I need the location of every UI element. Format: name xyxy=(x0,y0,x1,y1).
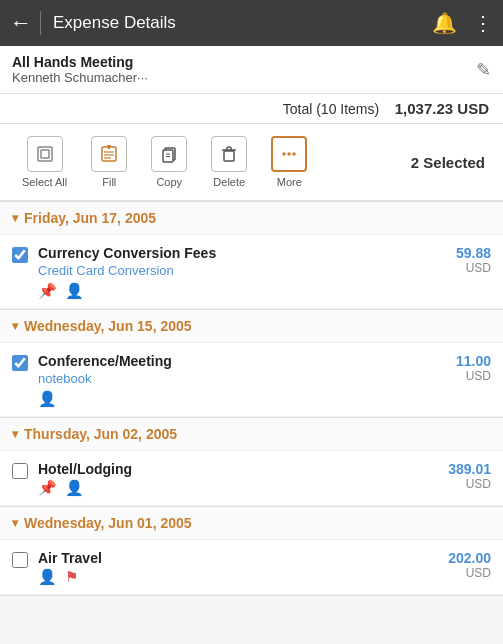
chevron-icon: ▾ xyxy=(12,211,18,225)
expense-currency: USD xyxy=(466,477,491,491)
svg-point-19 xyxy=(292,152,296,156)
expense-content: Conference/Meetingnotebook👤 xyxy=(38,353,421,408)
expense-checkbox[interactable] xyxy=(12,355,28,371)
svg-point-17 xyxy=(282,152,286,156)
date-header[interactable]: ▾Friday, Jun 17, 2005 xyxy=(0,202,503,235)
header: ← Expense Details 🔔 ⋮ xyxy=(0,0,503,46)
svg-rect-2 xyxy=(102,147,116,161)
table-row: Air Travel👤⚑202.00USD xyxy=(0,540,503,595)
attachment-icon: 📌 xyxy=(38,282,57,300)
expense-subcategory: notebook xyxy=(38,371,421,386)
expense-checkbox[interactable] xyxy=(12,552,28,568)
expense-value: 11.00 xyxy=(456,353,491,369)
date-header[interactable]: ▾Wednesday, Jun 01, 2005 xyxy=(0,507,503,540)
expense-subcategory: Credit Card Conversion xyxy=(38,263,421,278)
expense-icon-row: 👤 xyxy=(38,390,421,408)
total-amount: 1,037.23 USD xyxy=(395,100,489,117)
expense-currency: USD xyxy=(466,261,491,275)
svg-rect-12 xyxy=(224,151,234,161)
delete-icon xyxy=(211,136,247,172)
expense-amount: 202.00USD xyxy=(421,550,491,580)
fill-label: Fill xyxy=(102,176,116,188)
copy-label: Copy xyxy=(156,176,182,188)
expense-value: 202.00 xyxy=(448,550,491,566)
date-label: Thursday, Jun 02, 2005 xyxy=(24,426,177,442)
attachment-icon: 📌 xyxy=(38,479,57,497)
fill-button[interactable]: Fill xyxy=(79,130,139,194)
expense-list: ▾Friday, Jun 17, 2005Currency Conversion… xyxy=(0,202,503,596)
more-label: More xyxy=(277,176,302,188)
copy-button[interactable]: Copy xyxy=(139,130,199,194)
total-bar: Total (10 Items) 1,037.23 USD xyxy=(0,94,503,124)
expense-content: Currency Conversion FeesCredit Card Conv… xyxy=(38,245,421,300)
select-all-button[interactable]: Select All xyxy=(10,130,79,194)
expense-category: Conference/Meeting xyxy=(38,353,421,369)
expense-currency: USD xyxy=(466,369,491,383)
selected-badge: 2 Selected xyxy=(411,154,493,171)
expense-amount: 389.01USD xyxy=(421,461,491,491)
header-title: Expense Details xyxy=(53,13,432,33)
expense-value: 59.88 xyxy=(456,245,491,261)
chevron-icon: ▾ xyxy=(12,516,18,530)
header-icons: 🔔 ⋮ xyxy=(432,11,493,35)
more-icon xyxy=(271,136,307,172)
meeting-name: All Hands Meeting xyxy=(12,54,148,70)
back-button[interactable]: ← xyxy=(10,10,32,36)
expense-amount: 11.00USD xyxy=(421,353,491,383)
person-icon: 👤 xyxy=(38,568,57,586)
date-group: ▾Wednesday, Jun 01, 2005Air Travel👤⚑202.… xyxy=(0,507,503,596)
expense-currency: USD xyxy=(466,566,491,580)
date-group: ▾Wednesday, Jun 15, 2005Conference/Meeti… xyxy=(0,310,503,418)
date-label: Wednesday, Jun 15, 2005 xyxy=(24,318,192,334)
user-name: Kenneth Schumacher··· xyxy=(12,70,148,85)
person-icon: 👤 xyxy=(65,479,84,497)
copy-icon xyxy=(151,136,187,172)
date-header[interactable]: ▾Thursday, Jun 02, 2005 xyxy=(0,418,503,451)
expense-category: Hotel/Lodging xyxy=(38,461,421,477)
expense-content: Hotel/Lodging📌👤 xyxy=(38,461,421,497)
more-options-icon[interactable]: ⋮ xyxy=(473,11,493,35)
table-row: Hotel/Lodging📌👤389.01USD xyxy=(0,451,503,506)
expense-icon-row: 👤⚑ xyxy=(38,568,421,586)
total-label: Total (10 Items) xyxy=(283,101,379,117)
delete-button[interactable]: Delete xyxy=(199,130,259,194)
table-row: Conference/Meetingnotebook👤11.00USD xyxy=(0,343,503,417)
expense-icon-row: 📌👤 xyxy=(38,282,421,300)
svg-rect-0 xyxy=(38,147,52,161)
expense-value: 389.01 xyxy=(448,461,491,477)
expense-checkbox[interactable] xyxy=(12,247,28,263)
fill-icon xyxy=(91,136,127,172)
expense-category: Currency Conversion Fees xyxy=(38,245,421,261)
edit-icon[interactable]: ✎ xyxy=(476,59,491,81)
select-all-label: Select All xyxy=(22,176,67,188)
subheader-info: All Hands Meeting Kenneth Schumacher··· xyxy=(12,54,148,85)
date-group: ▾Thursday, Jun 02, 2005Hotel/Lodging📌👤38… xyxy=(0,418,503,507)
table-row: Currency Conversion FeesCredit Card Conv… xyxy=(0,235,503,309)
subheader: All Hands Meeting Kenneth Schumacher··· … xyxy=(0,46,503,94)
date-label: Wednesday, Jun 01, 2005 xyxy=(24,515,192,531)
date-header[interactable]: ▾Wednesday, Jun 15, 2005 xyxy=(0,310,503,343)
person-icon: 👤 xyxy=(65,282,84,300)
delete-label: Delete xyxy=(213,176,245,188)
date-label: Friday, Jun 17, 2005 xyxy=(24,210,156,226)
chevron-icon: ▾ xyxy=(12,427,18,441)
date-group: ▾Friday, Jun 17, 2005Currency Conversion… xyxy=(0,202,503,310)
chevron-icon: ▾ xyxy=(12,319,18,333)
select-all-icon xyxy=(27,136,63,172)
expense-amount: 59.88USD xyxy=(421,245,491,275)
flag-icon: ⚑ xyxy=(65,568,78,586)
expense-category: Air Travel xyxy=(38,550,421,566)
bell-icon[interactable]: 🔔 xyxy=(432,11,457,35)
svg-point-18 xyxy=(287,152,291,156)
person-icon: 👤 xyxy=(38,390,57,408)
expense-content: Air Travel👤⚑ xyxy=(38,550,421,586)
header-divider xyxy=(40,11,41,35)
svg-rect-1 xyxy=(41,150,49,158)
expense-checkbox[interactable] xyxy=(12,463,28,479)
more-button[interactable]: More xyxy=(259,130,319,194)
toolbar: Select All Fill Copy xyxy=(0,124,503,202)
expense-icon-row: 📌👤 xyxy=(38,479,421,497)
